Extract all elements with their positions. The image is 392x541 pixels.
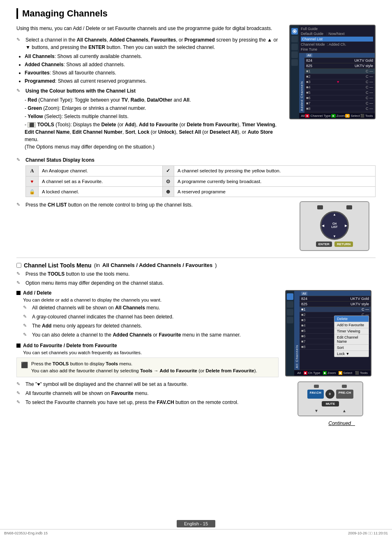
channels-header: All [304,53,375,58]
add-delete-heading: Add / Delete [16,290,279,296]
remote2-zero-btn[interactable]: 0 [325,390,334,399]
press-note-text: Press the CH LIST button on the remote c… [25,201,193,209]
remote-btn-enter[interactable]: ENTER [316,241,332,247]
remote2-down-icon[interactable]: ▼ [314,409,318,413]
menu-channel-list[interactable]: Channel List [301,37,373,42]
desc-favourite: A channel set as a Favourite. [39,176,163,186]
panel2-tab-4[interactable] [287,317,293,323]
section-divider-1 [16,258,376,258]
icon-reserved: ⊕ [162,186,174,197]
panel2-content: All Channels All 824UKTV Gold 825UKTV st… [294,291,371,376]
p2-8-num: ■8 [301,345,305,349]
tv-panel-2: All Channels All 824UKTV Gold 825UKTV st… [285,290,371,376]
remote2-prech-btn[interactable]: PRE-CH [336,390,354,399]
remote-left-arrow[interactable]: ◀ [322,223,324,227]
add-favourite-desc: You can set channels you watch frequentl… [23,350,279,355]
note-box-text: Press the TOOLS button to display Tools … [31,360,257,375]
ctx-add-favourite[interactable]: Add to Favourite [334,322,369,328]
ch-4-num: ■4 [306,85,310,89]
note-box-icon: ⬛ [21,361,28,369]
note-icon-ad2: ✎ [23,313,30,320]
p2-footer-ch: ■ Ch Type [304,371,321,375]
tools-menu-heading-row: Channel List Tools Menu (in All Channels… [16,262,376,269]
ch-2-name: C — [366,74,373,79]
ch-5-name: C — [366,91,373,95]
tab-misc[interactable] [291,59,298,66]
remote2-top-btn-1[interactable] [314,385,319,388]
note-icon-ad4: ✎ [23,331,30,338]
fav-note-3: ✎ To select the Favourite channels you h… [16,399,279,406]
remote-down-arrow[interactable]: ▼ [333,235,336,238]
add-delete-desc: You can delete or add a channel to displ… [23,297,279,302]
ch-row-8: ■8C — [304,106,375,111]
right-panels: All Channels All 824UKTV Gold 825UKTV st… [285,290,376,416]
ctx-delete[interactable]: Delete [334,316,369,322]
ctx-edit-name[interactable]: Edit Channel Name [334,334,369,345]
desc-analogue: An Analogue channel. [39,166,163,176]
p2-5-num: ■5 [301,329,305,333]
ch-2-num: ■2 [306,74,310,79]
footer-tools: ⬛ Tools [360,114,373,118]
remote2-up-icon[interactable]: ▲ [342,409,346,413]
footer-left: BN68-02353J-Eng.indb 15 [4,531,48,535]
remote-up-arrow[interactable]: ▲ [333,213,336,216]
remote-right-arrow[interactable]: ▶ [345,223,347,227]
remote-btn-right[interactable] [346,205,352,209]
sub-list-colours: Red (Channel Type): Toggle between your … [25,96,283,151]
remote-image-1: CHLIST ▲ ▼ ◀ ▶ ENTER RETURN [293,201,376,251]
ch-3-name: C — [366,80,373,84]
remote-btn-return[interactable]: RETURN [334,241,353,247]
tab-settings[interactable] [291,36,298,42]
panel-content-1: Full Guide Default Guide : Now/Next Chan… [299,26,375,118]
page-number: English - 15 [177,520,215,527]
remote-btn-left[interactable] [317,205,323,209]
p2-footer-all: All [297,371,301,375]
ch-5-num: ■5 [306,91,310,95]
tab-extra[interactable] [291,51,298,58]
tools-menu-checkbox[interactable] [16,263,21,268]
add-delete-note-1: ✎ All deleted channels will be shown on … [23,304,279,311]
desc-broadcast: A programme currently being broadcast. [174,176,375,186]
intro-text: Using this menu, you can Add / Delete or… [16,25,283,32]
footer-right: 2009-10-26 □□ 11:20:01 [348,531,388,535]
desc-reserved: A reserved programme [174,186,375,197]
ch-1-name: C — [366,69,373,73]
page: Managing Channels Using this menu, you c… [0,0,392,541]
remote2-mute-btn[interactable]: MUTE [322,401,339,406]
press-note-icon: ✎ [16,201,24,208]
remote2-fav-btn[interactable]: FAV.CH [307,390,324,399]
footer-bar: BN68-02353J-Eng.indb 15 2009-10-26 □□ 11… [0,529,392,535]
panel2-tab-1[interactable] [287,293,293,300]
add-favourite-block: Add to Favourite / Delete from Favourite… [16,343,279,406]
add-delete-content: Add / Delete You can delete or add a cha… [16,290,279,416]
tab-info[interactable] [291,44,298,50]
panel2-tab-3[interactable] [287,309,293,316]
ch-3-num: ■3 [306,80,310,84]
ctx-sort[interactable]: Sort [334,345,369,351]
tools-note-2: ✎ Option menu items may differ depending… [16,279,376,287]
add-favourite-title: Add to Favourite / Delete from Favourite [23,343,117,348]
ctx-lock[interactable]: Lock ▼ [334,351,369,357]
ch-7-name: C — [366,101,373,105]
colour-buttons-heading: Using the Colour buttons with the Channe… [25,87,136,95]
ch-6-name: C — [366,96,373,100]
press-note: ✎ Press the CH LIST button on the remote… [16,201,287,209]
add-delete-block: Add / Delete You can delete or add a cha… [16,290,279,339]
status-row-analogue: A An Analogue channel. ✓ A channel selec… [26,166,376,176]
note-icon-fav1: ✎ [16,381,24,388]
bullet-added-channels: Added Channels: Shows all added channels… [25,61,283,68]
ch-8-num: ■8 [306,107,310,111]
panel2-tab-2[interactable] [287,301,293,308]
remote-ch-list-area: CHLIST ▲ ▼ ◀ ▶ [320,211,349,240]
tab-channel[interactable] [291,28,298,35]
tools-menu-channels: All Channels / Added Channels / Favourit… [102,262,212,268]
tools-menu-paren: ) [215,262,217,268]
note-text-1: Select a channel in the All Channels, Ad… [25,36,283,51]
remote2-top-btn-2[interactable] [342,385,347,388]
note-row-2: ✎ Using the Colour buttons with the Chan… [16,87,283,95]
p2-825-name: UKTV style [350,302,369,306]
menu-fine-tune: Fine Tune [301,47,373,52]
ctx-timer-viewing[interactable]: Timer Viewing [334,328,369,334]
note-text-ad4: You can also delete a channel to the Add… [32,331,241,339]
footer-select: ■ Select [345,114,360,118]
